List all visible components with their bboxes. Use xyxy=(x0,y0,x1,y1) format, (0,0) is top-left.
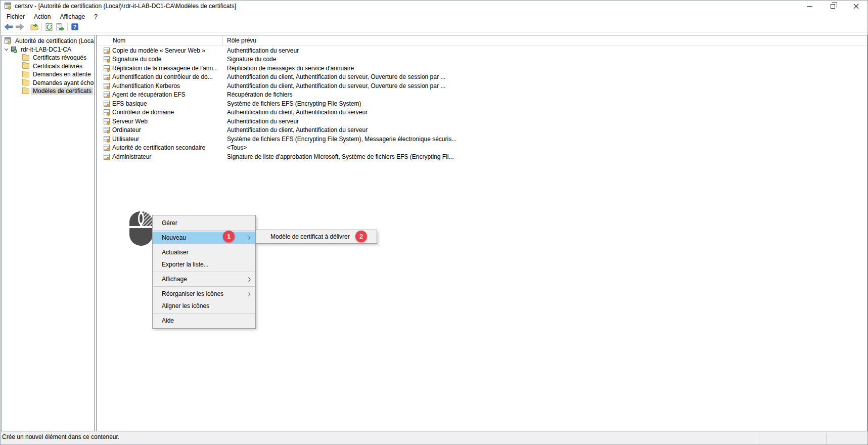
certificate-template-icon xyxy=(104,92,110,98)
submenu-item-modele-de-certificat-a-delivrer[interactable]: Modèle de certificat à délivrer xyxy=(270,233,350,240)
submenu-arrow-icon xyxy=(248,273,251,285)
tree-folder-label: Demandes en attente xyxy=(31,71,93,78)
context-menu-item-affichage[interactable]: Affichage xyxy=(153,273,255,285)
tree-item-demandes-ayant-echoue[interactable]: Demandes ayant échoué xyxy=(2,79,94,87)
context-menu-item-label: Affichage xyxy=(162,276,187,283)
certificate-template-icon xyxy=(104,154,110,160)
table-row[interactable]: Utilisateur Système de fichiers EFS (Enc… xyxy=(97,135,867,144)
title-bar: certsrv - [Autorité de certification (Lo… xyxy=(1,1,867,12)
close-icon xyxy=(853,4,859,9)
table-row[interactable]: Autorité de certification secondaire <To… xyxy=(97,144,867,153)
menu-fichier[interactable]: Fichier xyxy=(2,12,29,21)
certificate-template-icon xyxy=(104,65,110,71)
certificate-template-icon xyxy=(104,118,110,124)
restore-button[interactable] xyxy=(821,1,844,12)
context-menu-item-aide[interactable]: Aide xyxy=(153,315,255,327)
template-role: Authentification du client, Authentifica… xyxy=(223,109,867,116)
tree-item-modeles-de-certificats[interactable]: Modèles de certificats xyxy=(2,87,94,96)
tree-item-root[interactable]: Autorité de certification (Local) xyxy=(2,37,94,46)
table-row[interactable]: Réplication de la messagerie de l'ann...… xyxy=(97,64,867,73)
certificate-template-icon xyxy=(104,136,110,142)
menu-action[interactable]: Action xyxy=(29,12,55,21)
menu-affichage[interactable]: Affichage xyxy=(55,12,89,21)
template-role: Récupération de fichiers xyxy=(223,91,867,98)
certsrv-window: certsrv - [Autorité de certification (Lo… xyxy=(0,0,868,445)
context-menu-item-aligner-les-icones[interactable]: Aligner les icônes xyxy=(153,300,255,312)
table-row[interactable]: Contrôleur de domaine Authentification d… xyxy=(97,108,867,117)
certificate-template-icon xyxy=(104,101,110,107)
tree-item-certificats-revoques[interactable]: Certificats révoqués xyxy=(2,54,94,62)
template-role: <Tous> xyxy=(223,144,867,151)
template-name: EFS basique xyxy=(112,100,147,107)
template-name: Utilisateur xyxy=(112,136,139,143)
context-menu-item-nouveau[interactable]: Nouveau xyxy=(153,232,255,244)
refresh-button[interactable] xyxy=(43,22,55,32)
tree-item-ca[interactable]: rdr-it-LAB-DC1-CA xyxy=(2,46,94,54)
console-tree-panel: Autorité de certification (Local) rdr-it… xyxy=(2,35,95,431)
tree-item-demandes-en-attente[interactable]: Demandes en attente xyxy=(2,70,94,79)
table-row[interactable]: EFS basique Système de fichiers EFS (Enc… xyxy=(97,99,867,108)
minimize-button[interactable] xyxy=(798,1,821,12)
folder-icon xyxy=(22,88,29,94)
tree-folder-label: Certificats délivrés xyxy=(31,63,84,70)
column-header-role-prevu[interactable]: Rôle prévu xyxy=(223,35,867,46)
template-role: Authentification du serveur xyxy=(223,47,867,54)
ca-server-icon xyxy=(10,46,17,53)
help-icon: ? xyxy=(71,23,78,30)
statusbar-separator xyxy=(826,433,827,443)
export-list-icon xyxy=(56,23,64,31)
certificate-template-icon xyxy=(104,127,110,133)
table-row[interactable]: Copie du modèle « Serveur Web » Authenti… xyxy=(97,46,867,55)
list-header: Nom Rôle prévu xyxy=(97,35,867,46)
menu-separator xyxy=(153,245,255,245)
certsrv-app-icon xyxy=(4,3,12,10)
tree-folder-label: Certificats révoqués xyxy=(31,54,88,61)
close-button[interactable] xyxy=(844,1,867,12)
context-menu-item-gerer[interactable]: Gérer xyxy=(153,217,255,229)
menu-bar: Fichier Action Affichage ? xyxy=(1,12,867,22)
forward-button[interactable] xyxy=(14,22,25,32)
column-header-nom[interactable]: Nom xyxy=(97,35,223,46)
certificate-template-icon xyxy=(104,145,110,151)
folder-icon xyxy=(22,63,29,69)
help-button[interactable]: ? xyxy=(69,22,80,32)
template-role: Réplication de messages du service d'ann… xyxy=(223,65,867,72)
context-menu-item-label: Réorganiser les icônes xyxy=(162,290,223,297)
menu-separator xyxy=(153,230,255,231)
template-role: Signature de liste d'approbation Microso… xyxy=(223,153,867,160)
chevron-expanded-icon[interactable] xyxy=(2,48,10,51)
menu-help[interactable]: ? xyxy=(89,12,102,21)
context-menu-item-exporter-la-liste[interactable]: Exporter la liste... xyxy=(153,258,255,271)
table-row[interactable]: Agent de récupération EFS Récupération d… xyxy=(97,91,867,100)
toolbar: ? xyxy=(1,22,867,32)
certification-authority-icon xyxy=(4,37,12,45)
menu-separator xyxy=(153,313,255,314)
certificate-template-icon xyxy=(104,109,110,115)
template-name: Copie du modèle « Serveur Web » xyxy=(112,47,205,54)
table-row[interactable]: Signature du code Signature du code xyxy=(97,55,867,64)
tree-folder-label-selected: Modèles de certificats xyxy=(31,87,93,95)
folder-icon xyxy=(22,80,29,85)
back-button[interactable] xyxy=(3,22,14,32)
template-name: Administrateur xyxy=(112,153,151,160)
table-row[interactable]: Authentification du contrôleur de do... … xyxy=(97,73,867,82)
show-hide-console-tree-button[interactable] xyxy=(29,22,40,32)
export-list-button[interactable] xyxy=(55,22,66,32)
template-role: Authentification du client, Authentifica… xyxy=(223,126,867,134)
folder-icon xyxy=(22,72,29,77)
table-row[interactable]: Serveur Web Authentification du serveur xyxy=(97,117,867,126)
step-badge-2: 2 xyxy=(355,231,367,242)
table-row[interactable]: Administrateur Signature de liste d'appr… xyxy=(97,152,867,161)
toolbar-separator xyxy=(67,23,68,31)
context-menu-item-label: Nouveau xyxy=(162,234,186,241)
template-name: Autorité de certification secondaire xyxy=(112,144,205,151)
status-bar: Crée un nouvel élément dans ce conteneur… xyxy=(1,431,867,444)
tree-ca-label: rdr-it-LAB-DC1-CA xyxy=(19,46,73,53)
template-name: Signature du code xyxy=(112,56,161,63)
tree-item-certificats-delivres[interactable]: Certificats délivrés xyxy=(2,62,94,71)
template-name: Authentification Kerberos xyxy=(112,82,180,90)
table-row[interactable]: Ordinateur Authentification du client, A… xyxy=(97,126,867,135)
context-menu-item-actualiser[interactable]: Actualiser xyxy=(153,246,255,258)
table-row[interactable]: Authentification Kerberos Authentificati… xyxy=(97,81,867,91)
context-menu-item-reorganiser-les-icones[interactable]: Réorganiser les icônes xyxy=(153,288,255,300)
